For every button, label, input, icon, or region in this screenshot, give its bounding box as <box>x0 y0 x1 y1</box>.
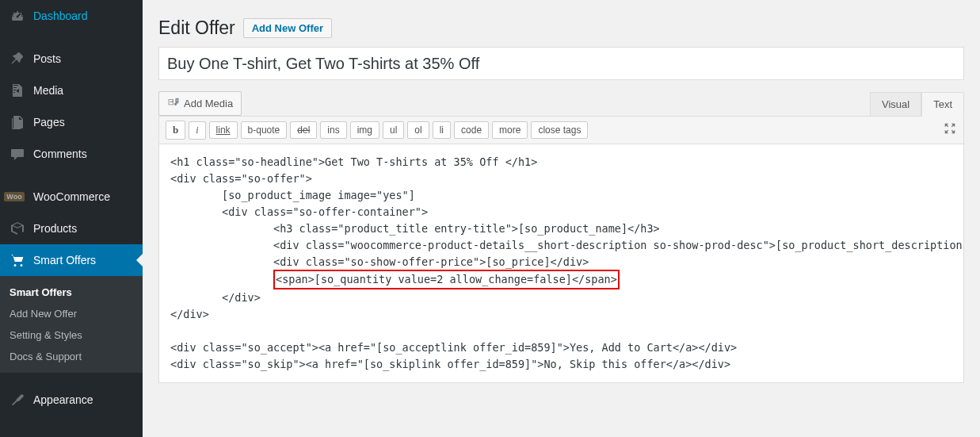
main-content: Edit Offer Add New Offer Add Media Visua… <box>143 0 980 437</box>
sidebar-item-appearance[interactable]: Appearance <box>0 384 143 416</box>
sidebar-item-dashboard[interactable]: Dashboard <box>0 0 143 32</box>
qt-italic-button[interactable]: i <box>189 121 205 140</box>
qt-ul-button[interactable]: ul <box>383 121 404 139</box>
qt-code-button[interactable]: code <box>454 121 489 139</box>
dashboard-icon <box>10 8 25 24</box>
editor-tabs: Visual Text <box>870 92 964 116</box>
appearance-icon <box>10 392 25 408</box>
separator <box>0 170 143 181</box>
woocommerce-icon: Woo <box>10 189 25 205</box>
qt-del-button[interactable]: del <box>290 121 317 139</box>
separator <box>0 32 143 43</box>
cart-icon <box>10 252 25 268</box>
comments-icon <box>10 146 25 162</box>
submenu-item-setting-styles[interactable]: Setting & Styles <box>0 324 143 346</box>
tab-visual[interactable]: Visual <box>870 92 921 116</box>
qt-closetags-button[interactable]: close tags <box>531 121 588 139</box>
submenu-item-docs-support[interactable]: Docs & Support <box>0 346 143 367</box>
products-icon <box>10 220 25 236</box>
sidebar-item-posts[interactable]: Posts <box>0 43 143 75</box>
qt-more-button[interactable]: more <box>492 121 528 139</box>
camera-music-icon <box>167 96 180 111</box>
qt-ol-button[interactable]: ol <box>407 121 429 139</box>
fullscreen-icon[interactable] <box>943 121 957 139</box>
submenu-item-smart-offers[interactable]: Smart Offers <box>0 282 143 303</box>
sidebar-item-label: Appearance <box>33 393 93 406</box>
page-title: Edit Offer <box>158 17 235 39</box>
quicktags-toolbar: b i link b-quote del ins img ul ol li co… <box>159 117 963 144</box>
sidebar-item-label: Dashboard <box>33 10 88 22</box>
editor-panel: b i link b-quote del ins img ul ol li co… <box>158 116 964 383</box>
separator <box>0 373 143 384</box>
pin-icon <box>10 51 25 67</box>
pages-icon <box>10 114 25 130</box>
qt-bold-button[interactable]: b <box>166 121 185 140</box>
sidebar-item-label: Pages <box>33 116 65 128</box>
qt-link-button[interactable]: link <box>209 121 238 139</box>
sidebar-item-label: WooCommerce <box>33 190 110 203</box>
qt-img-button[interactable]: img <box>350 121 379 139</box>
sidebar-item-label: Media <box>33 84 63 97</box>
submenu-item-add-new-offer[interactable]: Add New Offer <box>0 303 143 324</box>
add-new-offer-button[interactable]: Add New Offer <box>243 18 332 38</box>
editor-textarea[interactable]: <h1 class="so-headline">Get Two T-shirts… <box>159 144 963 382</box>
sidebar-item-media[interactable]: Media <box>0 75 143 106</box>
sidebar-item-label: Comments <box>33 148 87 160</box>
sidebar-item-label: Smart Offers <box>33 254 96 266</box>
sidebar-item-smart-offers[interactable]: Smart Offers <box>0 244 143 276</box>
sidebar-item-label: Products <box>33 222 77 235</box>
tab-text[interactable]: Text <box>921 92 964 117</box>
add-media-label: Add Media <box>184 98 233 109</box>
sidebar-item-products[interactable]: Products <box>0 213 143 244</box>
page-header: Edit Offer Add New Offer <box>158 8 964 39</box>
highlighted-code: <span>[so_quantity value=2 allow_change=… <box>273 270 620 289</box>
sidebar-item-woocommerce[interactable]: Woo WooCommerce <box>0 181 143 213</box>
qt-ins-button[interactable]: ins <box>320 121 346 139</box>
qt-li-button[interactable]: li <box>433 121 451 139</box>
sidebar-item-pages[interactable]: Pages <box>0 106 143 138</box>
sidebar-submenu: Smart Offers Add New Offer Setting & Sty… <box>0 276 143 373</box>
qt-bquote-button[interactable]: b-quote <box>241 121 288 139</box>
media-icon <box>10 82 25 98</box>
add-media-button[interactable]: Add Media <box>158 91 242 116</box>
admin-sidebar: Dashboard Posts Media Pages Comments Woo… <box>0 0 143 437</box>
sidebar-item-label: Posts <box>33 52 61 65</box>
editor-toolbar: Add Media Visual Text <box>158 91 964 116</box>
offer-title-input[interactable] <box>158 47 964 80</box>
sidebar-item-comments[interactable]: Comments <box>0 138 143 170</box>
